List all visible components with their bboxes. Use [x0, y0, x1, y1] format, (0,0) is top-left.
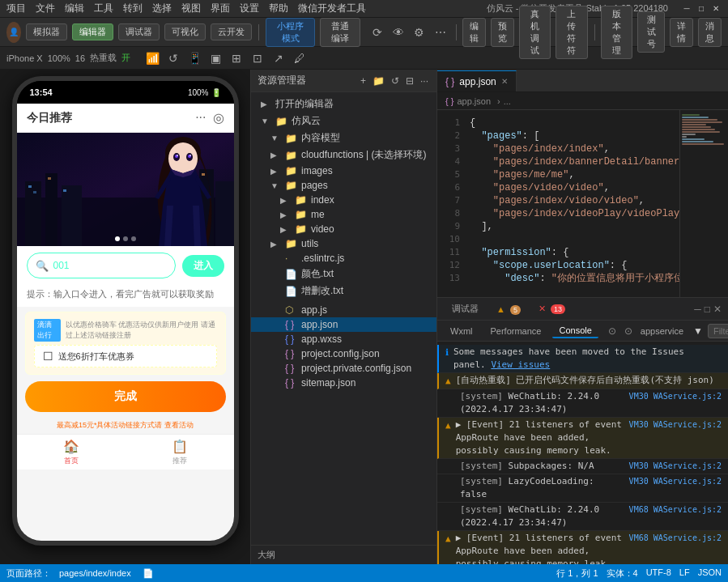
tree-item-sitemap[interactable]: { } sitemap.json [251, 376, 436, 390]
tree-item-cloudfunctions[interactable]: ▶ 📁 cloudfunctions | (未选择环境) [251, 147, 436, 164]
tree-item-video[interactable]: ▶ 📁 video [251, 222, 436, 236]
menu-edit[interactable]: 编辑 [65, 2, 84, 15]
preview-button[interactable]: 预览 [491, 18, 514, 47]
tree-item-appjson[interactable]: { } app.json [251, 317, 436, 332]
ruler-icon[interactable]: ⊡ [249, 49, 266, 67]
refresh-icon[interactable]: ⟳ [368, 23, 386, 41]
version-button[interactable]: 版本管理 [601, 6, 632, 59]
device-model[interactable]: iPhone X [6, 53, 43, 63]
banner-dot-3[interactable] [131, 236, 136, 241]
more-tree-icon[interactable]: ··· [419, 74, 430, 88]
tree-item-project-config[interactable]: { } project.config.json [251, 346, 436, 361]
footer-link[interactable]: 查看活动 [164, 421, 194, 429]
share-icon[interactable]: ↗ [270, 49, 287, 67]
status-spaces[interactable]: 实体：4 [607, 567, 638, 580]
promo-coupon[interactable]: ☐ 送您6折打车优惠券 [34, 345, 217, 367]
tree-item-eslintrc[interactable]: · .eslintrc.js [251, 251, 436, 266]
visualize-button[interactable]: 可视化 [164, 23, 206, 40]
settings-action-icon[interactable]: ⚙ [411, 23, 428, 41]
phone-search-box[interactable]: 🔍 001 [27, 253, 176, 278]
cloud-button[interactable]: 云开发 [211, 23, 252, 40]
subtab-console[interactable]: Console [552, 324, 598, 338]
tree-item-project-private[interactable]: { } project.private.config.json [251, 361, 436, 376]
file-panel-outline[interactable]: 大纲 [251, 545, 436, 564]
menu-interface[interactable]: 界面 [211, 2, 230, 15]
source-link5[interactable]: VM68 WAService.js:2 [629, 503, 722, 516]
source-link2[interactable]: VM30 WAService.js:2 [629, 418, 722, 431]
subtab-performance[interactable]: Performance [484, 325, 548, 338]
menu-file[interactable]: 文件 [36, 2, 55, 15]
tree-item-crud[interactable]: 📄 增删改.txt [251, 283, 436, 299]
menu-project[interactable]: 项目 [6, 2, 26, 15]
console-filter-input[interactable] [708, 324, 728, 338]
new-file-icon[interactable]: + [359, 74, 368, 88]
console-search-icon[interactable]: ⊙ [608, 325, 616, 337]
tab-issues-err[interactable]: ✕ 13 [530, 300, 573, 317]
compile-button[interactable]: 普通编译 [320, 18, 360, 47]
tree-item-appjs[interactable]: ⬡ app.js [251, 303, 436, 317]
quick-open-section[interactable]: ▶ 打开的编辑器 [251, 96, 436, 113]
detail-button[interactable]: 详情 [670, 18, 693, 47]
tab-issues-warn[interactable]: ▲ 5 [488, 301, 529, 317]
enter-button[interactable]: 进入 [182, 255, 224, 277]
user-avatar[interactable]: 👤 [6, 22, 21, 43]
edit-action-button[interactable]: 编辑 [462, 18, 486, 47]
source-link6[interactable]: VM68 WAService.js:2 [629, 532, 722, 545]
simulator-button[interactable]: 模拟器 [26, 23, 67, 40]
tree-item-utils[interactable]: ▶ 📁 utils [251, 236, 436, 251]
status-line-col[interactable]: 行 1，列 1 [556, 567, 598, 580]
debugger-button[interactable]: 调试器 [118, 23, 160, 40]
preview-icon-btn[interactable]: 👁 [390, 23, 407, 41]
nav-home[interactable]: 🏠 首页 [17, 439, 126, 466]
mode-button[interactable]: 小程序模式 [266, 18, 315, 47]
source-link4[interactable]: VM30 WAService.js:2 [629, 475, 722, 488]
source-link[interactable]: VM30 WAService.js:2 [629, 390, 722, 403]
grid-icon[interactable]: ⊞ [228, 49, 245, 67]
collapse-tree-icon[interactable]: ⊟ [404, 74, 415, 88]
code-content[interactable]: { "pages": [ "pages/index/index", "pages… [466, 110, 679, 297]
menu-tools[interactable]: 工具 [94, 2, 113, 15]
search-circle-icon[interactable]: ◎ [213, 110, 224, 125]
tab-app-json[interactable]: { } app.json ✕ [437, 70, 517, 91]
new-folder-icon[interactable]: 📁 [371, 74, 386, 88]
banner-dot-2[interactable] [123, 236, 128, 241]
tree-item-images[interactable]: ▶ 📁 images [251, 164, 436, 178]
complete-button[interactable]: 完成 [25, 381, 226, 412]
console-minimize-icon[interactable]: ─ [694, 304, 701, 315]
banner-dot-1[interactable] [115, 236, 120, 241]
console-close-icon[interactable]: ✕ [713, 304, 722, 315]
more-dots-icon[interactable]: ··· [195, 110, 206, 125]
tree-item-me[interactable]: ▶ 📁 me [251, 207, 436, 222]
menu-help[interactable]: 帮助 [269, 2, 288, 15]
breadcrumb-file[interactable]: { } [445, 96, 453, 106]
test-button[interactable]: 测试号 [637, 11, 665, 53]
tab-close-icon[interactable]: ✕ [501, 77, 508, 86]
more-icon[interactable]: ⋯ [432, 23, 449, 41]
nav-recommend[interactable]: 📋 推荐 [126, 439, 234, 466]
rotate-icon[interactable]: ↺ [164, 49, 182, 67]
message-button[interactable]: 消息 [698, 18, 722, 47]
wifi-icon[interactable]: 📶 [143, 49, 161, 67]
menu-goto[interactable]: 转到 [123, 2, 143, 15]
menu-settings[interactable]: 设置 [240, 2, 259, 15]
phone-view-icon[interactable]: 📱 [185, 49, 203, 67]
breadcrumb-filename[interactable]: app.json [457, 96, 491, 106]
tree-item-contents[interactable]: ▼ 📁 内容模型 [251, 130, 436, 147]
refresh-tree-icon[interactable]: ↺ [390, 74, 401, 88]
tree-item-index[interactable]: ▶ 📁 index [251, 193, 436, 207]
tree-item-appwxss[interactable]: { } app.wxss [251, 332, 436, 346]
view-issues-link[interactable]: View issues [491, 359, 550, 370]
status-encoding[interactable]: UTF-8 [646, 567, 671, 580]
editor-button[interactable]: 编辑器 [72, 23, 113, 40]
tree-item-colors[interactable]: 📄 颜色.txt [251, 266, 436, 283]
workspace-section[interactable]: ▼ 📁 仿风云 [251, 113, 436, 130]
tab-debugger[interactable]: 调试器 [444, 299, 487, 318]
console-expand-icon[interactable]: □ [705, 304, 710, 315]
zoom-level[interactable]: 100% [48, 53, 70, 63]
status-language[interactable]: JSON [698, 567, 722, 580]
breadcrumb-path[interactable]: ... [504, 96, 511, 106]
upload-button[interactable]: 上传符符 [556, 6, 587, 59]
paint-icon[interactable]: 🖊 [291, 49, 309, 67]
status-eol[interactable]: LF [679, 567, 690, 580]
tree-item-pages[interactable]: ▼ 📁 pages [251, 178, 436, 193]
